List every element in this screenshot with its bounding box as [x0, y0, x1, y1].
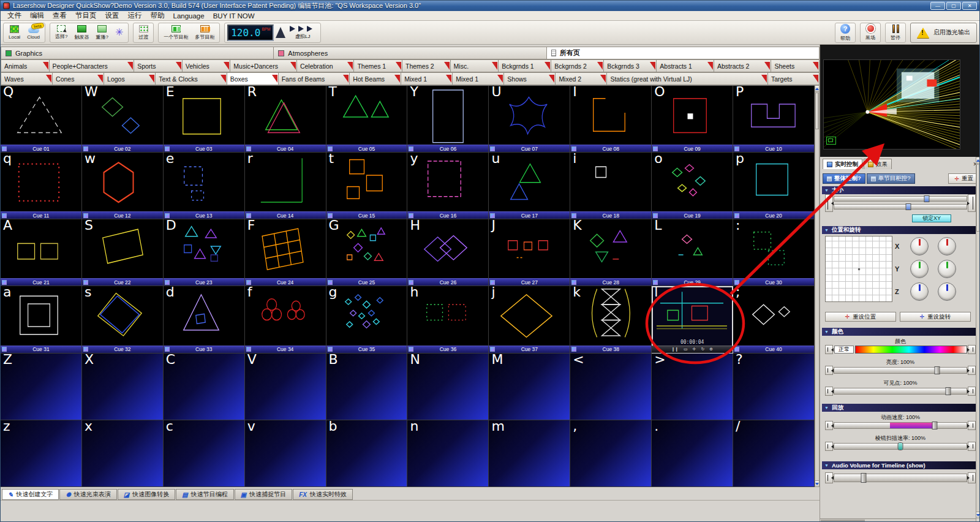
category-tab[interactable]: Hot Beams	[350, 72, 401, 85]
menu-item[interactable]: 运行	[124, 11, 146, 20]
bottom-tab[interactable]: ▤快速节目编程	[176, 489, 233, 500]
move-icon[interactable]: ✛	[693, 346, 696, 352]
prism-rate-slider[interactable]	[825, 442, 976, 451]
cue-cell[interactable]: eCue 13	[164, 153, 245, 219]
cue-cell[interactable]: uCue 17	[489, 153, 570, 219]
cue-cell[interactable]: pCue 20	[733, 153, 815, 219]
category-tab[interactable]: Mixed 2	[556, 72, 607, 85]
slider-max-icon[interactable]	[968, 366, 976, 375]
local-button[interactable]: Local	[6, 24, 23, 42]
reset-button[interactable]: ✛ 重置	[948, 173, 979, 184]
cue-cell[interactable]: SCue 22	[82, 219, 164, 286]
empty-cue-cell[interactable]: m	[489, 420, 570, 487]
cue-cell[interactable]: iCue 18	[570, 153, 652, 219]
section-playback-header[interactable]: ▼ 回放	[822, 404, 979, 412]
scroll-down-icon[interactable]	[815, 480, 819, 486]
category-tab[interactable]: Animals	[1, 59, 50, 72]
empty-cue-cell[interactable]: z	[1, 420, 82, 487]
workspace-tab[interactable]: Atmospheres	[273, 47, 546, 59]
category-tab[interactable]: Themes 2	[402, 59, 451, 72]
category-tab[interactable]: Cones	[53, 72, 104, 85]
empty-cue-cell[interactable]: n	[407, 420, 489, 487]
animation-speed-handle[interactable]	[932, 422, 938, 429]
empty-cue-cell[interactable]: <	[570, 354, 652, 420]
bottom-tab[interactable]: ✎快速创建文字	[2, 489, 59, 500]
empty-cue-cell[interactable]: C	[164, 354, 245, 420]
cue-cell[interactable]: KCue 28	[570, 219, 652, 286]
slider-min-icon[interactable]	[825, 442, 833, 451]
menu-item[interactable]: 编辑	[26, 11, 48, 20]
cue-cell[interactable]: GCue 25	[326, 219, 408, 286]
category-tab[interactable]: Sports	[134, 59, 183, 72]
prism-rate-handle[interactable]	[898, 442, 903, 450]
slider-max-icon[interactable]	[968, 442, 976, 451]
category-tab[interactable]: Fans of Beams	[279, 72, 350, 85]
blackout-button[interactable]: 黑场	[863, 24, 878, 42]
pause-all-button[interactable]: 暂停	[888, 24, 903, 42]
cue-cell[interactable]: wCue 12	[82, 153, 164, 219]
preview-zone-icon[interactable]	[826, 137, 836, 145]
workspace-tab[interactable]: 所有页	[546, 47, 820, 59]
category-tab[interactable]: Statics (great with Virtual LJ)	[607, 72, 768, 85]
y-knob-1[interactable]	[910, 260, 929, 278]
x-knob-2[interactable]	[938, 237, 956, 255]
help-button[interactable]: ? 帮助	[838, 24, 853, 42]
empty-cue-cell[interactable]: /	[733, 420, 815, 487]
animation-speed-slider[interactable]	[825, 421, 976, 430]
visible-points-handle[interactable]	[945, 387, 951, 395]
color-mode-box[interactable]: 正常	[834, 346, 854, 354]
metronome-icon[interactable]	[276, 27, 285, 38]
cue-cell[interactable]: rCue 14	[245, 153, 326, 219]
cue-cell[interactable]: HCue 26	[407, 219, 489, 286]
empty-cue-cell[interactable]: v	[245, 420, 326, 487]
scroll-down-icon[interactable]	[976, 512, 980, 518]
cue-cell[interactable]: YCue 06	[407, 86, 489, 153]
cue-cell[interactable]: DCue 23	[164, 219, 245, 286]
menu-item[interactable]: 查看	[48, 11, 71, 20]
cue-cell[interactable]: dCue 33	[164, 286, 245, 353]
grid-scrollbar-thumb[interactable]	[815, 93, 819, 129]
panel-h-scrollbar-thumb[interactable]	[821, 520, 865, 522]
category-tab[interactable]: Abstracts 2	[714, 59, 772, 72]
slider-max-icon[interactable]	[968, 421, 976, 430]
empty-cue-cell[interactable]: Z	[1, 354, 82, 420]
empty-cue-cell[interactable]: ?	[733, 354, 815, 420]
trigger-button[interactable]: 触发器	[72, 24, 91, 42]
cue-cell[interactable]: WCue 02	[82, 86, 164, 153]
slider-max-icon[interactable]	[968, 345, 976, 354]
section-position-header[interactable]: ▼ 位置和旋转	[822, 226, 979, 234]
category-tab[interactable]: Bckgrnds 2	[551, 59, 604, 72]
position-pad[interactable]	[825, 236, 892, 302]
rotate-icon[interactable]: ↻	[701, 346, 704, 352]
scroll-up-icon[interactable]	[815, 86, 819, 92]
replay-button[interactable]: 重播?	[93, 24, 110, 42]
slider-max-icon[interactable]	[968, 387, 976, 396]
minimize-icon[interactable]: —	[930, 2, 945, 10]
menu-item[interactable]: 帮助	[146, 11, 169, 20]
reset-position-button[interactable]: ✛ 重设位置	[825, 312, 896, 322]
audio-volume-handle[interactable]	[861, 473, 866, 483]
cue-cell[interactable]: oCue 19	[652, 153, 733, 219]
color-rainbow-bar[interactable]	[855, 346, 967, 354]
cue-cell[interactable]: fCue 34	[245, 286, 326, 353]
bottom-tab[interactable]: ✺快速光束表演	[59, 489, 116, 500]
enable-laser-output-button[interactable]: ! 启用激光输出	[910, 23, 977, 43]
category-tab[interactable]: Themes 1	[354, 59, 402, 72]
cue-cell[interactable]: JCue 27	[489, 219, 570, 286]
frame-icon[interactable]: ▭	[684, 346, 688, 352]
size-slider[interactable]	[825, 194, 976, 212]
tab-live-control[interactable]: 实时控制	[823, 159, 862, 169]
section-color-header[interactable]: ▼ 颜色	[822, 328, 979, 336]
cue-cell[interactable]: tCue 15	[326, 153, 408, 219]
category-tab[interactable]: Bckgrnds 3	[604, 59, 657, 72]
tab-effects[interactable]: 效果	[864, 159, 892, 169]
empty-cue-cell[interactable]: b	[326, 420, 408, 487]
cue-cell[interactable]: sCue 32	[82, 286, 164, 353]
transition-button[interactable]: 过渡	[136, 24, 151, 42]
panel-scrollbar[interactable]	[976, 157, 980, 518]
virtual-lj-button[interactable]: 虚拟LJ	[287, 24, 318, 42]
zoom-icon[interactable]: ⊕	[709, 346, 713, 352]
category-tab[interactable]: Bckgrnds 1	[499, 59, 551, 72]
category-tab[interactable]: Mixed 1	[453, 72, 504, 85]
empty-cue-cell[interactable]: >	[652, 354, 733, 420]
